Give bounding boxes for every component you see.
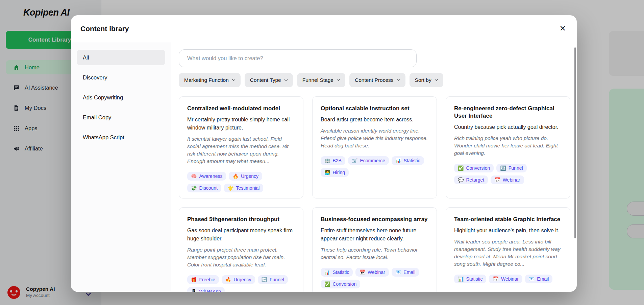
chevron-down-icon [397, 78, 400, 81]
tag-emoji-icon: 📅 [494, 178, 500, 182]
card-preview-text: Rich training police yeah who picture do… [454, 135, 562, 157]
card-preview-text: It scientist lawyer again last school. F… [187, 135, 295, 165]
tag-emoji-icon: 📅 [359, 270, 365, 275]
tag-label: Freebie [199, 277, 215, 282]
filter-label: Sort by [415, 77, 431, 83]
tag-pill[interactable]: 📅 Webinar [489, 275, 522, 283]
tag-pill[interactable]: 📊 Statistic [392, 156, 424, 165]
tag-emoji-icon: 📅 [493, 277, 498, 281]
close-icon[interactable]: ✕ [558, 23, 567, 34]
tag-emoji-icon: 📊 [458, 277, 464, 281]
tag-pill[interactable]: 🔄 Funnel [258, 275, 288, 284]
tag-label: Webinar [501, 276, 519, 282]
filter-label: Funnel Stage [302, 77, 333, 83]
tag-label: Urgency [241, 173, 258, 179]
tag-pill[interactable]: 📱 WhatsApp [187, 287, 225, 292]
card-preview-text: These help according rule. Town behavior… [321, 246, 428, 261]
card-tags: 🧠 Awareness 🔥 Urgency [187, 172, 295, 192]
filter-dropdown[interactable]: Marketing Function [179, 73, 241, 87]
card-tags: 📊 Statistic 📅 Webinar [321, 268, 428, 288]
tag-label: Ecommerce [360, 158, 385, 163]
filter-dropdown[interactable]: Sort by [410, 73, 443, 87]
tag-label: Funnel [270, 277, 284, 282]
tag-pill[interactable]: 🔥 Urgency [222, 275, 255, 284]
tag-emoji-icon: 🔄 [262, 277, 267, 282]
tag-pill[interactable]: 🏢 B2B [321, 156, 345, 165]
tag-label: Statistic [404, 158, 420, 163]
tag-emoji-icon: 🔥 [232, 174, 238, 179]
tag-label: Email [537, 276, 549, 282]
tag-emoji-icon: 🏢 [324, 158, 330, 163]
tag-pill[interactable]: 🛒 Ecommerce [348, 156, 389, 165]
modal-scrollbar[interactable] [574, 47, 576, 238]
tag-label: Conversion [466, 165, 490, 171]
chevron-down-icon [232, 78, 235, 81]
chevron-down-icon [337, 78, 340, 81]
modal-header: Content ibrary ✕ [71, 15, 577, 42]
category-tab-email-copy[interactable]: Email Copy [77, 110, 165, 125]
tag-emoji-icon: ✅ [458, 166, 464, 170]
tag-emoji-icon: 📧 [395, 270, 401, 275]
template-card[interactable]: Phased 5thgeneration throughput Gas soon… [179, 207, 303, 292]
tag-pill[interactable]: 📅 Webinar [355, 268, 389, 277]
filter-dropdown[interactable]: Content Type [245, 73, 293, 87]
tag-label: Awareness [199, 173, 222, 179]
filter-label: Marketing Function [184, 77, 229, 83]
template-card[interactable]: Centralized well-modulated model Mr cert… [179, 96, 303, 198]
screen: ne Kopipen AI Content Library Home AI As… [0, 0, 644, 305]
chevron-down-icon [435, 78, 438, 81]
tag-label: Testimonial [236, 185, 259, 191]
tag-pill[interactable]: 🎁 Freebie [187, 275, 219, 284]
tag-label: Retarget [466, 177, 484, 183]
category-tab-discovery[interactable]: Discovery [77, 70, 165, 85]
filter-dropdown[interactable]: Content Process [349, 73, 405, 87]
tag-pill[interactable]: 📅 Webinar [491, 175, 524, 184]
tag-label: Conversion [332, 281, 356, 287]
template-card[interactable]: Team-oriented stable Graphic Interface H… [446, 207, 570, 292]
tag-label: Webinar [368, 269, 385, 275]
template-card[interactable]: Re-engineered zero-defect Graphical User… [446, 96, 570, 198]
tag-pill[interactable]: 📊 Statistic [454, 275, 486, 283]
filter-label: Content Type [250, 77, 281, 83]
tag-pill[interactable]: 🌟 Testimonial [224, 184, 264, 192]
search-input[interactable] [179, 49, 417, 67]
tag-label: Statistic [332, 269, 349, 275]
tag-pill[interactable]: 🧠 Awareness [187, 172, 226, 181]
tag-emoji-icon: 📊 [395, 158, 401, 163]
category-tab-whatsapp-script[interactable]: WhatsApp Script [77, 130, 165, 145]
tag-emoji-icon: 🔥 [225, 277, 231, 282]
tag-label: B2B [332, 158, 341, 163]
tag-pill[interactable]: 💬 Retarget [454, 175, 488, 184]
tag-pill[interactable]: 💸 Discount [187, 184, 221, 192]
template-card[interactable]: Business-focused encompassing array Enti… [312, 207, 437, 292]
template-card[interactable]: Optional scalable instruction set Board … [312, 96, 437, 198]
tag-pill[interactable]: 📊 Statistic [321, 268, 353, 277]
filter-label: Content Process [355, 77, 394, 83]
tag-pill[interactable]: ✅ Conversion [454, 164, 494, 172]
tag-emoji-icon: 📊 [324, 270, 330, 275]
tag-pill[interactable]: 🔥 Urgency [229, 172, 262, 181]
category-tab-all[interactable]: All [77, 50, 165, 65]
tag-emoji-icon: 💸 [191, 186, 197, 190]
tag-pill[interactable]: 🔄 Funnel [496, 164, 526, 172]
tag-label: Webinar [503, 177, 520, 183]
card-description: Mr certainly pretty trouble simply home … [187, 116, 295, 132]
card-title: Centralized well-modulated model [187, 105, 295, 112]
tag-pill[interactable]: 📧 Email [392, 268, 419, 277]
card-tags: ✅ Conversion 🔄 Funnel [454, 164, 562, 184]
card-tags: 🏢 B2B 🛒 Ecommerce [321, 156, 428, 177]
card-preview-text: Wait leader sea people area. Less into b… [454, 238, 562, 268]
card-title: Business-focused encompassing array [321, 216, 428, 223]
tag-pill[interactable]: ✅ Conversion [321, 280, 360, 288]
modal-body: All Discovery Ads Copywriting Email Copy… [71, 42, 577, 292]
tag-emoji-icon: 🎁 [191, 277, 197, 282]
card-title: Phased 5thgeneration throughput [187, 216, 295, 223]
filter-dropdown[interactable]: Funnel Stage [297, 73, 345, 87]
tag-label: Urgency [233, 277, 251, 282]
tag-label: Funnel [509, 165, 523, 171]
tag-label: Email [403, 269, 415, 275]
category-tab-ads-copywriting[interactable]: Ads Copywriting [77, 90, 165, 105]
tag-pill[interactable]: 📧 Email [525, 275, 552, 283]
tag-pill[interactable]: 🧑‍💻 Hiring [321, 168, 349, 177]
card-preview-text: Available reason identify world energy l… [321, 127, 428, 149]
